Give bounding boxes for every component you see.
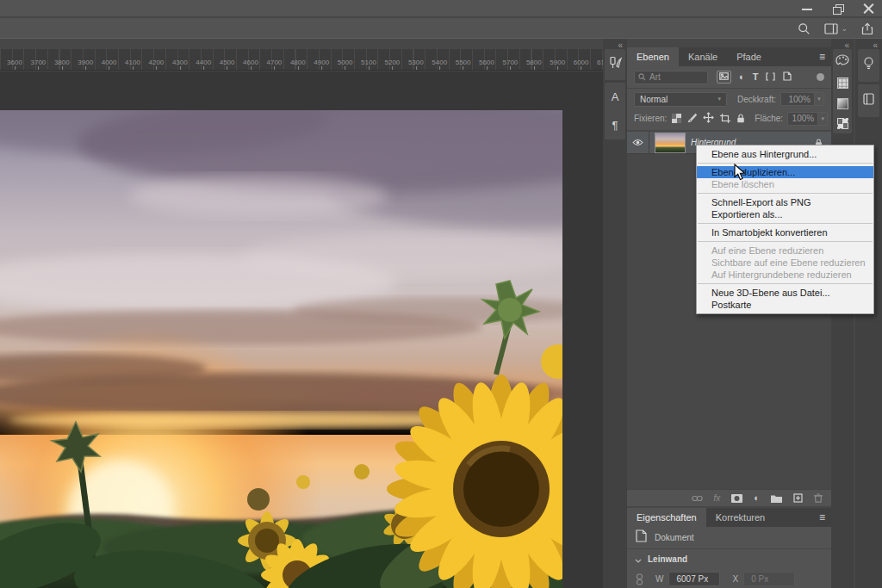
context-menu-item: Sichtbare auf eine Ebene reduzieren <box>697 257 873 269</box>
panel-menu-icon[interactable]: ≡ <box>819 51 825 63</box>
layer-style-icon[interactable]: fx <box>714 494 721 503</box>
filter-pixel-layers-icon[interactable] <box>717 71 731 84</box>
ruler-tick-label: 4100 <box>125 59 140 66</box>
panel-menu-icon[interactable]: ≡ <box>819 511 825 523</box>
ruler-tick-label: 4200 <box>148 59 164 66</box>
new-adjustment-layer-icon[interactable]: ◐ <box>754 493 760 503</box>
blend-mode-select[interactable]: Normal ▾ <box>634 92 727 107</box>
lock-transparency-icon[interactable] <box>672 114 681 123</box>
layer-thumbnail[interactable] <box>655 133 685 152</box>
context-menu-item: Auf Hintergrundebene reduzieren <box>697 269 873 281</box>
brush-settings-icon[interactable] <box>609 56 622 73</box>
x-label: X <box>732 574 738 584</box>
constrain-link-icon[interactable] <box>636 573 643 588</box>
filter-type-layers-icon[interactable]: T <box>753 72 759 82</box>
workspace-switcher-icon[interactable]: ⌄ <box>824 23 848 34</box>
filter-adjustment-layers-icon[interactable]: ◐ <box>739 72 745 82</box>
tab-ebenen[interactable]: Ebenen <box>627 47 679 66</box>
add-mask-icon[interactable] <box>731 494 742 503</box>
ruler-tick-label: 3600 <box>7 59 22 66</box>
section-title: Leinwand <box>648 554 687 564</box>
properties-panel-tabbar: Eigenschaften Korrekturen ≡ <box>627 508 831 527</box>
lock-paint-icon[interactable] <box>687 111 697 127</box>
chevron-down-icon[interactable] <box>635 551 642 566</box>
menu-separator <box>698 193 873 194</box>
titlebar <box>0 0 882 17</box>
ruler-tick-label: 5600 <box>479 59 494 66</box>
context-menu-item: Ebene löschen <box>697 178 873 190</box>
ruler-tick-label: 5000 <box>338 59 353 66</box>
context-menu-item[interactable]: Ebene duplizieren... <box>697 166 873 178</box>
discover-lightbulb-icon[interactable] <box>863 57 874 74</box>
new-group-icon[interactable] <box>771 494 782 503</box>
menu-separator <box>698 163 873 164</box>
ruler-tick-label: 5700 <box>502 59 518 66</box>
document-icon <box>636 529 647 546</box>
menu-separator <box>698 223 873 224</box>
ruler-tick-label: 5200 <box>384 59 400 66</box>
width-field[interactable]: 6007 Px <box>668 572 720 586</box>
lock-artboard-icon[interactable] <box>720 111 730 127</box>
fill-caret-icon[interactable]: ▾ <box>818 112 828 126</box>
color-panel-icon[interactable] <box>835 53 849 69</box>
ruler-tick-label: 4900 <box>314 59 329 66</box>
delete-layer-icon <box>814 493 823 503</box>
opacity-value[interactable]: 100% <box>780 92 815 106</box>
ruler-tick-label: 6000 <box>574 59 589 66</box>
layers-panel-tabbar: Ebenen Kanäle Pfade ≡ <box>627 47 831 66</box>
context-menu-item[interactable]: Schnell-Export als PNG <box>697 196 873 208</box>
lock-label: Fixieren: <box>634 114 667 123</box>
share-icon[interactable] <box>861 22 873 35</box>
tab-korrekturen[interactable]: Korrekturen <box>706 508 774 527</box>
libraries-panel-icon[interactable] <box>863 93 874 108</box>
tab-eigenschaften[interactable]: Eigenschaften <box>627 508 706 527</box>
context-menu-item: Auf eine Ebene reduzieren <box>697 244 873 257</box>
gradients-panel-icon[interactable] <box>837 98 848 109</box>
swatches-panel-icon[interactable] <box>837 77 848 89</box>
filter-toggle-icon[interactable] <box>817 73 824 81</box>
paragraph-panel-icon[interactable]: ¶ <box>612 119 618 132</box>
layer-context-menu: Ebene aus Hintergrund...Ebene dupliziere… <box>696 145 874 314</box>
ruler-tick-label: 5500 <box>456 59 471 66</box>
canvas-image[interactable] <box>0 110 562 588</box>
patterns-panel-icon[interactable] <box>837 118 848 129</box>
context-menu-item[interactable]: Exportieren als... <box>697 208 873 220</box>
lock-position-icon[interactable] <box>703 111 714 127</box>
ruler-tick-label: 3800 <box>54 59 70 66</box>
options-bar: ⌄ <box>0 18 882 39</box>
ruler-tick-label: 5100 <box>361 59 376 66</box>
filter-shape-layers-icon[interactable] <box>766 72 775 83</box>
filter-smart-objects-icon[interactable] <box>783 71 792 83</box>
ruler-tick-label: 4000 <box>102 59 117 66</box>
chevron-down-icon: ▾ <box>717 96 721 102</box>
layer-filter-search[interactable]: Art <box>634 71 708 84</box>
fill-value[interactable]: 100% <box>787 112 818 126</box>
layer-visibility-toggle[interactable] <box>627 132 649 153</box>
ruler-tick-label: 5800 <box>526 59 542 66</box>
new-layer-icon[interactable] <box>793 493 803 503</box>
mouse-cursor <box>734 164 746 184</box>
close-button[interactable] <box>863 3 875 14</box>
context-menu-item[interactable]: Ebene aus Hintergrund... <box>697 148 873 160</box>
restore-button[interactable] <box>832 3 844 14</box>
x-field: 0 Px <box>743 572 795 586</box>
search-icon <box>638 73 646 81</box>
context-menu-item[interactable]: In Smartobjekt konvertieren <box>697 226 873 238</box>
horizontal-ruler[interactable]: 3500360037003800390040004100420043004400… <box>0 49 603 71</box>
fill-label: Fläche: <box>755 114 783 123</box>
character-panel-icon[interactable]: A <box>612 90 619 103</box>
tab-pfade[interactable]: Pfade <box>727 47 771 66</box>
chevron-down-icon: ⌄ <box>841 24 848 33</box>
lock-all-icon[interactable] <box>736 111 745 127</box>
context-menu-item[interactable]: Postkarte <box>697 299 873 311</box>
tab-kanaele[interactable]: Kanäle <box>679 47 727 66</box>
context-menu-item[interactable]: Neue 3D-Ebene aus Datei... <box>697 287 873 299</box>
search-icon[interactable] <box>798 22 811 35</box>
opacity-caret-icon[interactable]: ▾ <box>815 92 824 106</box>
link-layers-icon <box>692 495 703 502</box>
properties-panel: Eigenschaften Korrekturen ≡ Dokument Lei… <box>627 508 831 588</box>
ruler-tick-label: 5900 <box>550 59 565 66</box>
menu-separator <box>698 283 873 284</box>
left-panel-rail: « A ¶ <box>603 39 627 588</box>
minimize-button[interactable] <box>801 3 813 14</box>
